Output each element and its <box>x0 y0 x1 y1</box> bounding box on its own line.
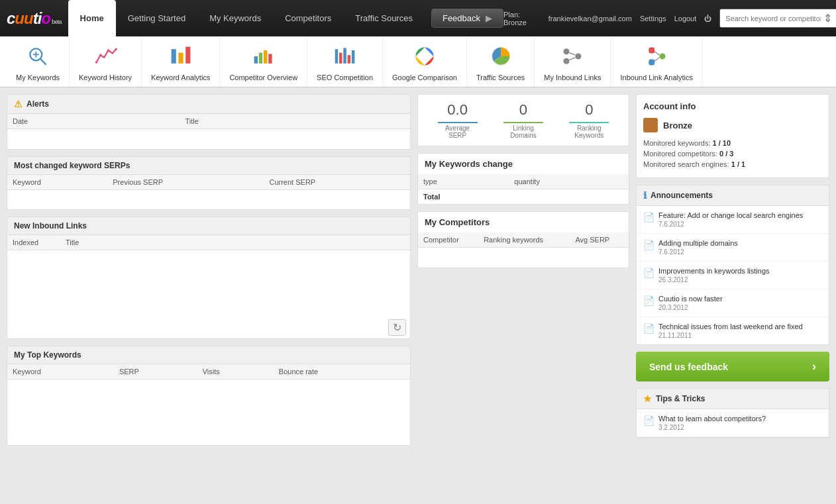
svg-rect-9 <box>178 53 183 64</box>
keyword-analytics-icon <box>169 44 193 68</box>
announcement-item-2[interactable]: 📄 Improvements in keywords listings 26.3… <box>637 262 829 289</box>
tk-col-serp: SERP <box>114 364 197 379</box>
icon-nav-inbound-link-analytics[interactable]: Inbound Link Analytics <box>611 36 702 87</box>
svg-rect-12 <box>259 53 262 64</box>
tip-item-0[interactable]: 📄 What to learn about competitors? 3.2.2… <box>637 409 829 437</box>
new-inbound-header: New Inbound Links <box>7 217 410 235</box>
monitored-search-engines-stat: Monitored search engines: 1 / 1 <box>643 160 822 168</box>
announcement-content-4: Technical issues from last weekend are f… <box>658 323 803 339</box>
svg-rect-18 <box>347 55 350 64</box>
send-feedback-chevron-icon: › <box>812 360 816 374</box>
ni-col-indexed: Indexed <box>7 235 60 250</box>
search-arrow-icon[interactable]: ⇕ <box>823 12 832 25</box>
svg-line-32 <box>655 58 660 61</box>
logout-icon: ⏻ <box>704 15 711 23</box>
icon-nav-my-keywords[interactable]: My Keywords <box>7 36 70 87</box>
ann-date-3: 20.3.2012 <box>658 304 723 311</box>
alert-warning-icon: ⚠ <box>14 99 23 109</box>
keywords-change-section: My Keywords change type quantity Total <box>417 153 629 205</box>
announcement-item-0[interactable]: 📄 Feature: Add or change local search en… <box>637 206 829 234</box>
stats-row: 0.0 AverageSERP 0 LinkingDomains 0 Ranki… <box>417 94 629 146</box>
right-panel: Account info Bronze Monitored keywords: … <box>636 94 829 446</box>
icon-nav-keyword-analytics[interactable]: Keyword Analytics <box>142 36 220 87</box>
comp-col-competitor: Competitor <box>418 232 478 248</box>
icon-nav-seo-competition-label: SEO Competition <box>317 74 373 81</box>
icon-nav-competitor-overview[interactable]: Competitor Overview <box>220 36 307 87</box>
search-input[interactable] <box>725 15 821 23</box>
competitors-header: My Competitors <box>418 212 629 232</box>
announcement-content-3: Cuutio is now faster 20.3.2012 <box>658 295 723 311</box>
tip-date-0: 3.2.2012 <box>658 424 766 431</box>
icon-nav-google-comparison[interactable]: Google Comparison <box>383 36 467 87</box>
settings-link[interactable]: Settings <box>640 15 666 23</box>
nav-getting-started[interactable]: Getting Started <box>116 0 197 36</box>
announcement-content-1: Adding multiple domains 7.6.2012 <box>658 239 738 256</box>
keywords-change-table: type quantity Total <box>418 174 629 204</box>
announcements-list: 📄 Feature: Add or change local search en… <box>637 206 829 344</box>
main-content-wrapper: ⚠ Alerts Date Title <box>0 87 836 504</box>
nav-my-keywords[interactable]: My Keywords <box>197 0 273 36</box>
left-panel: ⚠ Alerts Date Title <box>7 94 411 446</box>
kc-total-value <box>509 189 629 205</box>
announcement-item-4[interactable]: 📄 Technical issues from last weekend are… <box>637 317 829 344</box>
icon-nav-keyword-history[interactable]: Keyword History <box>70 36 142 87</box>
mc-col-curr-serp: Current SERP <box>264 175 410 190</box>
stat-linking-domains-label: LinkingDomains <box>510 125 536 139</box>
new-inbound-section: New Inbound Links Indexed Title <box>7 217 411 339</box>
top-keywords-section: My Top Keywords Keyword SERP Visits Boun… <box>7 346 411 446</box>
most-changed-header: Most changed keyword SERPs <box>7 157 410 175</box>
announcement-item-3[interactable]: 📄 Cuutio is now faster 20.3.2012 <box>637 289 829 317</box>
announcements-header: ℹ Announcements <box>637 185 829 206</box>
stat-ranking-keywords-label: RankingKeywords <box>574 125 603 139</box>
svg-rect-17 <box>343 48 346 63</box>
svg-point-24 <box>564 58 570 64</box>
icon-nav-seo-competition[interactable]: SEO Competition <box>307 36 383 87</box>
keywords-change-title: My Keywords change <box>425 159 513 169</box>
ann-text-4: Technical issues from last weekend are f… <box>658 323 803 330</box>
logout-link[interactable]: Logout <box>674 15 697 23</box>
beta-label: beta <box>52 19 62 25</box>
svg-point-4 <box>95 61 98 64</box>
nav-home[interactable]: Home <box>68 0 116 36</box>
icon-nav-competitor-overview-label: Competitor Overview <box>229 74 297 81</box>
keywords-change-header: My Keywords change <box>418 154 629 174</box>
svg-point-21 <box>421 54 427 60</box>
icon-nav-my-inbound-links[interactable]: My Inbound Links <box>535 36 611 87</box>
monitored-keywords-value: 1 / 10 <box>713 139 731 147</box>
doc-icon-0: 📄 <box>643 212 654 223</box>
google-comparison-icon <box>413 44 437 68</box>
monitored-search-engines-value: 1 / 1 <box>731 160 745 168</box>
stat-linking-domains-underline <box>503 122 543 123</box>
bronze-badge: Bronze <box>643 118 822 132</box>
alerts-title: Alerts <box>26 99 49 109</box>
ann-text-3: Cuutio is now faster <box>658 295 723 303</box>
most-changed-section: Most changed keyword SERPs Keyword Previ… <box>7 156 411 211</box>
nav-competitors[interactable]: Competitors <box>273 0 343 36</box>
account-info-title: Account info <box>643 101 822 111</box>
svg-line-26 <box>570 53 576 56</box>
ann-date-2: 26.3.2012 <box>658 276 770 283</box>
most-changed-table: Keyword Previous SERP Current SERP <box>7 175 410 210</box>
refresh-area: ↻ <box>7 317 410 338</box>
icon-nav-my-keywords-label: My Keywords <box>16 74 60 81</box>
icon-nav-traffic-sources[interactable]: Traffic Sources <box>467 36 535 87</box>
svg-rect-14 <box>268 54 272 63</box>
refresh-button[interactable]: ↻ <box>388 319 406 336</box>
new-inbound-table: Indexed Title <box>7 235 410 317</box>
ann-date-0: 7.6.2012 <box>658 221 803 228</box>
kc-total-label: Total <box>418 189 509 205</box>
kc-col-quantity: quantity <box>509 174 629 189</box>
nav-traffic-sources[interactable]: Traffic Sources <box>343 0 425 36</box>
alerts-col-date: Date <box>7 114 180 129</box>
traffic-sources-icon <box>489 44 513 68</box>
search-box: ⇕ <box>719 9 836 28</box>
competitors-title: My Competitors <box>425 217 490 227</box>
most-changed-title: Most changed keyword SERPs <box>14 161 130 170</box>
feedback-button[interactable]: Feedback ▶ <box>431 9 503 28</box>
user-email: frankievelkan@gmail.com <box>549 15 632 23</box>
announcement-item-1[interactable]: 📄 Adding multiple domains 7.6.2012 <box>637 234 829 262</box>
ann-date-1: 7.6.2012 <box>658 248 738 256</box>
svg-point-7 <box>115 48 117 50</box>
send-feedback-button[interactable]: Send us feedback › <box>636 352 829 381</box>
announcements-box: ℹ Announcements 📄 Feature: Add or change… <box>636 185 829 345</box>
